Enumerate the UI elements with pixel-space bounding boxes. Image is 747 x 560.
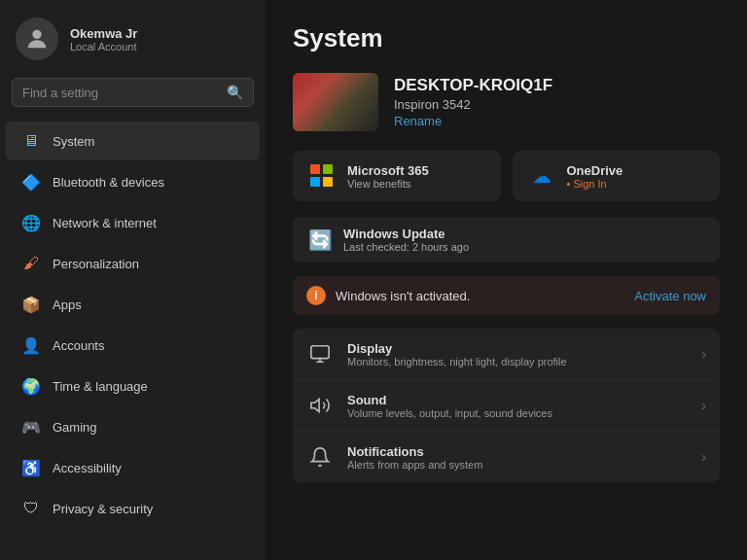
- setting-row-sound[interactable]: Sound Volume levels, output, input, soun…: [293, 380, 720, 432]
- sidebar-item-label-personalization: Personalization: [53, 257, 139, 271]
- privacy-icon: 🛡: [21, 499, 41, 518]
- sidebar-item-label-system: System: [53, 134, 94, 149]
- device-model: Inspiron 3542: [394, 97, 552, 112]
- time-icon: 🌍: [21, 376, 41, 396]
- accessibility-icon: ♿: [21, 458, 41, 477]
- sidebar-item-system[interactable]: 🖥 System: [6, 122, 260, 160]
- ms365-tile-icon: [306, 160, 338, 192]
- onedrive-icon: ☁: [532, 164, 551, 188]
- activation-bar: i Windows isn't activated. Activate now: [293, 276, 720, 315]
- onedrive-title: OneDrive: [567, 163, 623, 178]
- windows-update-text: Windows Update Last checked: 2 hours ago: [343, 227, 469, 253]
- search-box[interactable]: 🔍: [12, 78, 254, 107]
- ms365-tile-text: Microsoft 365 View benefits: [347, 163, 429, 190]
- network-icon: 🌐: [21, 213, 41, 232]
- svg-point-0: [32, 30, 41, 39]
- display-chevron-icon: ›: [701, 346, 706, 362]
- device-info: DESKTOP-KROIQ1F Inspiron 3542 Rename: [394, 76, 552, 128]
- user-section: Okemwa Jr Local Account: [0, 0, 266, 74]
- display-text: Display Monitors, brightness, night ligh…: [347, 341, 688, 368]
- svg-rect-1: [311, 346, 329, 359]
- notifications-title: Notifications: [347, 444, 688, 459]
- display-icon: [306, 340, 334, 368]
- ms365-tile[interactable]: Microsoft 365 View benefits: [293, 151, 501, 201]
- sidebar-item-gaming[interactable]: 🎮 Gaming: [6, 407, 260, 446]
- sound-icon: [306, 392, 334, 419]
- setting-row-notifications[interactable]: Notifications Alerts from apps and syste…: [293, 432, 720, 482]
- sidebar-item-network[interactable]: 🌐 Network & internet: [6, 203, 260, 242]
- sidebar-item-apps[interactable]: 📦 Apps: [6, 285, 260, 324]
- user-type: Local Account: [70, 41, 137, 52]
- page-title: System: [293, 23, 720, 53]
- activate-now-button[interactable]: Activate now: [634, 289, 706, 303]
- onedrive-subtitle: • Sign In: [567, 178, 623, 190]
- sidebar-item-label-apps: Apps: [53, 298, 82, 312]
- accounts-icon: 👤: [21, 335, 41, 355]
- device-name: DESKTOP-KROIQ1F: [394, 76, 552, 95]
- search-icon: 🔍: [227, 85, 243, 100]
- search-input[interactable]: [22, 86, 219, 100]
- sidebar-item-label-privacy: Privacy & security: [53, 502, 153, 516]
- main-content: System DESKTOP-KROIQ1F Inspiron 3542 Ren…: [266, 0, 747, 560]
- notifications-subtitle: Alerts from apps and system: [347, 459, 688, 471]
- info-tiles: Microsoft 365 View benefits ☁ OneDrive •…: [293, 151, 720, 201]
- notifications-text: Notifications Alerts from apps and syste…: [347, 444, 688, 471]
- avatar: [16, 18, 58, 60]
- system-icon: 🖥: [21, 131, 41, 151]
- sound-title: Sound: [347, 393, 688, 407]
- notifications-chevron-icon: ›: [701, 449, 706, 465]
- nav-list: 🖥 System 🔷 Bluetooth & devices 🌐 Network…: [0, 119, 266, 531]
- sidebar-item-accessibility[interactable]: ♿ Accessibility: [6, 448, 260, 487]
- sidebar-item-time[interactable]: 🌍 Time & language: [6, 367, 260, 405]
- windows-update-subtitle: Last checked: 2 hours ago: [343, 241, 469, 253]
- windows-update-row[interactable]: 🔄 Windows Update Last checked: 2 hours a…: [293, 217, 720, 262]
- notifications-icon: [306, 443, 334, 471]
- sidebar-item-label-accessibility: Accessibility: [53, 461, 122, 475]
- sidebar-item-label-bluetooth: Bluetooth & devices: [53, 175, 164, 190]
- user-info: Okemwa Jr Local Account: [70, 26, 137, 52]
- warning-icon: i: [306, 286, 326, 305]
- sidebar-item-label-time: Time & language: [53, 379, 148, 394]
- sound-chevron-icon: ›: [701, 398, 706, 413]
- sound-text: Sound Volume levels, output, input, soun…: [347, 393, 688, 419]
- user-name: Okemwa Jr: [70, 26, 137, 41]
- display-subtitle: Monitors, brightness, night light, displ…: [347, 356, 688, 368]
- sidebar-item-accounts[interactable]: 👤 Accounts: [6, 326, 260, 365]
- display-title: Display: [347, 341, 688, 356]
- device-card: DESKTOP-KROIQ1F Inspiron 3542 Rename: [293, 73, 720, 131]
- ms365-title: Microsoft 365: [347, 163, 429, 178]
- sidebar-item-label-accounts: Accounts: [53, 338, 104, 353]
- apps-icon: 📦: [21, 295, 41, 314]
- onedrive-tile-text: OneDrive • Sign In: [567, 163, 623, 190]
- svg-marker-4: [311, 400, 319, 412]
- sidebar-item-label-network: Network & internet: [53, 216, 157, 230]
- windows-update-icon: 🔄: [306, 228, 334, 252]
- gaming-icon: 🎮: [21, 417, 41, 437]
- device-thumbnail: [293, 73, 378, 131]
- sidebar: Okemwa Jr Local Account 🔍 🖥 System 🔷 Blu…: [0, 0, 266, 560]
- ms365-subtitle: View benefits: [347, 178, 429, 190]
- rename-link[interactable]: Rename: [394, 114, 552, 128]
- sound-subtitle: Volume levels, output, input, sound devi…: [347, 407, 688, 419]
- windows-update-title: Windows Update: [343, 227, 469, 241]
- activation-message: Windows isn't activated.: [336, 289, 624, 303]
- onedrive-tile[interactable]: ☁ OneDrive • Sign In: [513, 151, 721, 201]
- bluetooth-icon: 🔷: [21, 172, 41, 192]
- settings-list: Display Monitors, brightness, night ligh…: [293, 329, 720, 482]
- setting-row-display[interactable]: Display Monitors, brightness, night ligh…: [293, 329, 720, 380]
- ms365-icon: [310, 164, 334, 188]
- personalization-icon: 🖌: [21, 254, 41, 273]
- sidebar-item-personalization[interactable]: 🖌 Personalization: [6, 244, 260, 283]
- onedrive-tile-icon: ☁: [526, 160, 557, 192]
- sidebar-item-privacy[interactable]: 🛡 Privacy & security: [6, 489, 260, 528]
- sidebar-item-bluetooth[interactable]: 🔷 Bluetooth & devices: [6, 162, 260, 201]
- sidebar-item-label-gaming: Gaming: [53, 420, 97, 435]
